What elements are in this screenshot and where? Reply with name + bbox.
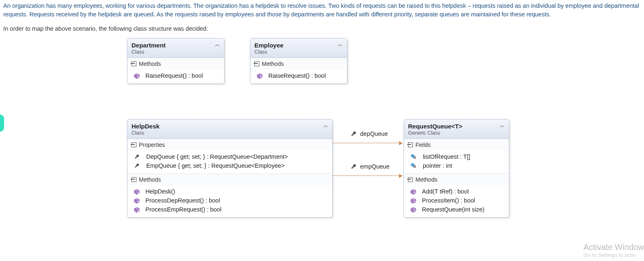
method-row: ProcessEmpRequest() : bool bbox=[127, 205, 332, 214]
class-title: Department bbox=[132, 42, 220, 49]
association-arrow-dep bbox=[333, 143, 402, 143]
class-card-helpdesk: HelpDesk Class ︽ Properties DepQueue { g… bbox=[127, 119, 333, 218]
section-methods[interactable]: Methods bbox=[127, 173, 332, 185]
collapse-icon[interactable]: ︽ bbox=[338, 42, 343, 47]
method-icon bbox=[134, 189, 139, 194]
section-methods[interactable]: Methods bbox=[404, 173, 509, 185]
association-label: depQueue bbox=[360, 130, 388, 137]
method-label: RequestQueue(int size) bbox=[422, 206, 484, 213]
section-label: Properties bbox=[139, 142, 165, 148]
association-empqueue: empQueue bbox=[350, 163, 390, 170]
method-icon bbox=[410, 207, 415, 212]
method-label: ProcessDepRequest() : bool bbox=[145, 197, 220, 204]
wrench-icon bbox=[350, 130, 357, 137]
method-icon bbox=[134, 207, 139, 212]
property-icon bbox=[134, 163, 140, 169]
method-label: HelpDesk() bbox=[145, 188, 175, 195]
class-subtitle: Class bbox=[132, 49, 220, 55]
property-label: EmpQueue { get; set; } : RequestQueue<Em… bbox=[146, 162, 285, 169]
class-title: Employee bbox=[254, 42, 343, 49]
method-icon bbox=[134, 73, 139, 78]
method-icon bbox=[410, 189, 415, 194]
field-label: listOfRequest : T[] bbox=[423, 153, 470, 160]
collapse-icon[interactable]: ︽ bbox=[215, 42, 220, 47]
intro-paragraph-2: In order to map the above scenario, the … bbox=[3, 25, 641, 33]
svg-rect-2 bbox=[414, 156, 415, 157]
watermark-line-2: Go to Settings to activ bbox=[583, 252, 644, 259]
association-arrow-emp bbox=[333, 176, 402, 176]
field-icon bbox=[410, 154, 416, 160]
method-label: RaiseRequest() : bool bbox=[268, 72, 326, 79]
section-icon bbox=[132, 177, 136, 182]
method-label: ProcessEmpRequest() : bool bbox=[145, 206, 221, 213]
field-icon bbox=[410, 163, 416, 169]
method-icon bbox=[257, 73, 262, 78]
class-card-requestqueue: RequestQueue<T> Generic Class ︽ Fields l… bbox=[404, 119, 509, 218]
watermark-line-1: Activate Window bbox=[583, 242, 644, 252]
property-row: EmpQueue { get; set; } : RequestQueue<Em… bbox=[127, 161, 332, 170]
section-methods[interactable]: Methods bbox=[250, 58, 347, 70]
method-icon bbox=[410, 198, 415, 203]
association-depqueue: depQueue bbox=[350, 130, 388, 137]
method-label: Add(T tRef) : bool bbox=[422, 188, 469, 195]
intro-paragraph-1: An organization has many employees, work… bbox=[3, 2, 641, 19]
section-fields[interactable]: Fields bbox=[404, 139, 509, 151]
collapse-icon[interactable]: ︽ bbox=[500, 123, 505, 128]
method-row: HelpDesk() bbox=[127, 187, 332, 196]
section-methods[interactable]: Methods bbox=[127, 58, 224, 70]
method-row: RaiseRequest() : bool bbox=[250, 71, 347, 80]
method-row: RequestQueue(int size) bbox=[404, 205, 509, 214]
method-label: RaiseRequest() : bool bbox=[145, 72, 203, 79]
svg-rect-5 bbox=[414, 165, 415, 166]
section-icon bbox=[408, 142, 413, 147]
property-row: DepQueue { get; set; } : RequestQueue<De… bbox=[127, 152, 332, 161]
method-row: ProcessItem() : bool bbox=[404, 196, 509, 205]
property-icon bbox=[134, 154, 140, 160]
section-label: Methods bbox=[415, 176, 438, 183]
class-title: HelpDesk bbox=[132, 123, 328, 130]
method-row: ProcessDepRequest() : bool bbox=[127, 196, 332, 205]
method-row: Add(T tRef) : bool bbox=[404, 187, 509, 196]
section-icon bbox=[132, 142, 136, 147]
field-row: pointer : int bbox=[404, 161, 509, 170]
activate-windows-watermark: Activate Window Go to Settings to activ bbox=[583, 242, 644, 259]
diagram-canvas: Department Class ︽ Methods RaiseRequest(… bbox=[0, 33, 644, 261]
class-card-employee: Employee Class ︽ Methods RaiseRequest() … bbox=[250, 38, 347, 84]
class-subtitle: Class bbox=[132, 130, 328, 136]
section-label: Methods bbox=[139, 176, 161, 183]
method-label: ProcessItem() : bool bbox=[422, 197, 475, 204]
section-properties[interactable]: Properties bbox=[127, 139, 332, 151]
class-title: RequestQueue<T> bbox=[408, 123, 505, 130]
wrench-icon bbox=[350, 163, 357, 170]
section-icon bbox=[408, 177, 413, 182]
class-subtitle: Generic Class bbox=[408, 130, 505, 136]
section-label: Methods bbox=[139, 61, 161, 67]
section-label: Fields bbox=[415, 142, 431, 148]
field-label: pointer : int bbox=[423, 162, 452, 169]
section-label: Methods bbox=[262, 61, 284, 67]
property-label: DepQueue { get; set; } : RequestQueue<De… bbox=[146, 153, 288, 160]
section-icon bbox=[132, 61, 136, 66]
field-row: listOfRequest : T[] bbox=[404, 152, 509, 161]
section-icon bbox=[254, 61, 259, 66]
class-card-department: Department Class ︽ Methods RaiseRequest(… bbox=[127, 38, 224, 84]
method-row: RaiseRequest() : bool bbox=[127, 71, 224, 80]
association-label: empQueue bbox=[360, 163, 390, 170]
collapse-icon[interactable]: ︽ bbox=[323, 123, 328, 128]
class-subtitle: Class bbox=[254, 49, 343, 55]
method-icon bbox=[134, 198, 139, 203]
